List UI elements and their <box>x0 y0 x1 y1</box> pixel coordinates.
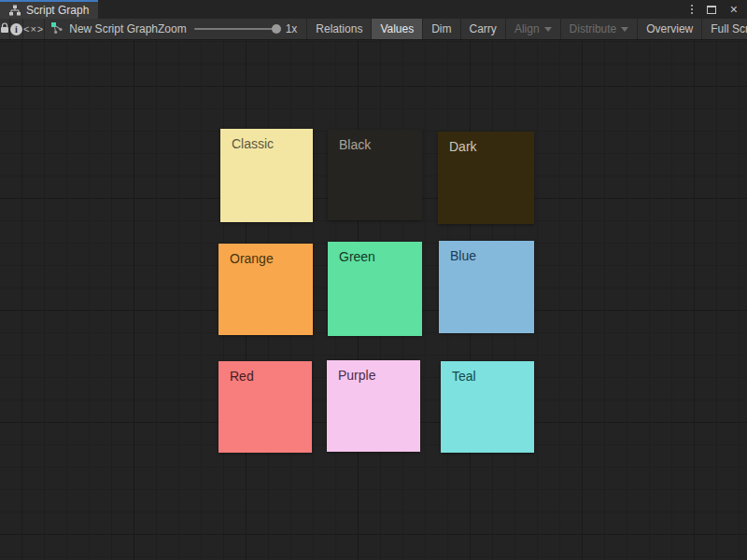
sticky-note-title[interactable]: Black <box>328 130 422 160</box>
full-screen-button[interactable]: Full Screen <box>702 19 747 39</box>
sticky-note-title[interactable]: Purple <box>327 360 420 390</box>
sticky-note-dark[interactable]: Dark <box>438 132 534 224</box>
align-label: Align <box>514 22 540 35</box>
graph-canvas[interactable]: ClassicBlackDarkOrangeGreenBlueRedPurple… <box>0 40 747 560</box>
zoom-label: Zoom <box>158 22 187 35</box>
info-icon: i <box>10 23 22 35</box>
window-controls: × <box>691 0 747 19</box>
values-label: Values <box>380 22 414 35</box>
sticky-note-classic[interactable]: Classic <box>220 129 313 222</box>
code-icon: <×> <box>23 23 44 35</box>
lock-icon <box>0 22 9 36</box>
sticky-note-title[interactable]: Orange <box>218 244 313 273</box>
align-dropdown-button[interactable]: Align <box>506 19 561 39</box>
code-view-button[interactable]: <×> <box>23 19 45 39</box>
toolbar-middle: New Script Graph Zoom 1x <box>45 19 307 39</box>
sticky-note-title[interactable]: Dark <box>438 132 534 161</box>
close-icon[interactable]: × <box>730 5 738 14</box>
sticky-note-title[interactable]: Blue <box>439 241 534 271</box>
tab-script-graph[interactable]: Script Graph <box>0 0 98 19</box>
zoom-slider[interactable] <box>194 28 278 30</box>
overview-label: Overview <box>646 22 693 35</box>
graph-name: New Script Graph <box>50 21 158 37</box>
lock-button[interactable] <box>0 19 10 39</box>
tab-title: Script Graph <box>26 4 89 17</box>
carry-button[interactable]: Carry <box>461 19 506 39</box>
sticky-note-title[interactable]: Classic <box>220 129 313 159</box>
chevron-down-icon <box>544 27 552 32</box>
zoom-value: 1x <box>286 22 298 35</box>
new-graph-node-icon <box>50 21 63 37</box>
carry-label: Carry <box>470 22 497 35</box>
script-graph-window: Script Graph × i <×> <box>0 0 747 560</box>
relations-button[interactable]: Relations <box>307 19 372 39</box>
full-screen-label: Full Screen <box>711 22 747 35</box>
sticky-note-orange[interactable]: Orange <box>218 244 313 335</box>
overview-button[interactable]: Overview <box>638 19 702 39</box>
zoom-slider-handle[interactable] <box>272 24 281 34</box>
maximize-icon[interactable] <box>707 6 716 14</box>
graph-toolbar: i <×> New Script Graph Zoom <box>0 19 747 40</box>
sticky-note-teal[interactable]: Teal <box>441 361 534 453</box>
sticky-note-red[interactable]: Red <box>218 361 312 453</box>
sticky-note-title[interactable]: Red <box>218 361 312 391</box>
zoom-control: Zoom 1x <box>158 22 301 35</box>
distribute-dropdown-button[interactable]: Distribute <box>561 19 639 39</box>
dim-button[interactable]: Dim <box>423 19 460 39</box>
sticky-note-black[interactable]: Black <box>328 130 422 220</box>
sticky-note-title[interactable]: Teal <box>441 361 534 391</box>
graph-hierarchy-icon <box>9 5 21 16</box>
title-bar: Script Graph × <box>0 0 747 19</box>
chevron-down-icon <box>621 27 628 32</box>
graph-name-label: New Script Graph <box>69 22 158 35</box>
window-menu-icon[interactable] <box>691 5 693 14</box>
info-button[interactable]: i <box>10 19 23 39</box>
dim-label: Dim <box>431 22 451 35</box>
sticky-note-title[interactable]: Green <box>328 242 422 272</box>
sticky-note-green[interactable]: Green <box>328 242 422 336</box>
sticky-note-blue[interactable]: Blue <box>439 241 534 333</box>
sticky-note-purple[interactable]: Purple <box>327 360 420 452</box>
relations-label: Relations <box>316 22 362 35</box>
distribute-label: Distribute <box>570 22 617 35</box>
values-button[interactable]: Values <box>372 19 423 39</box>
